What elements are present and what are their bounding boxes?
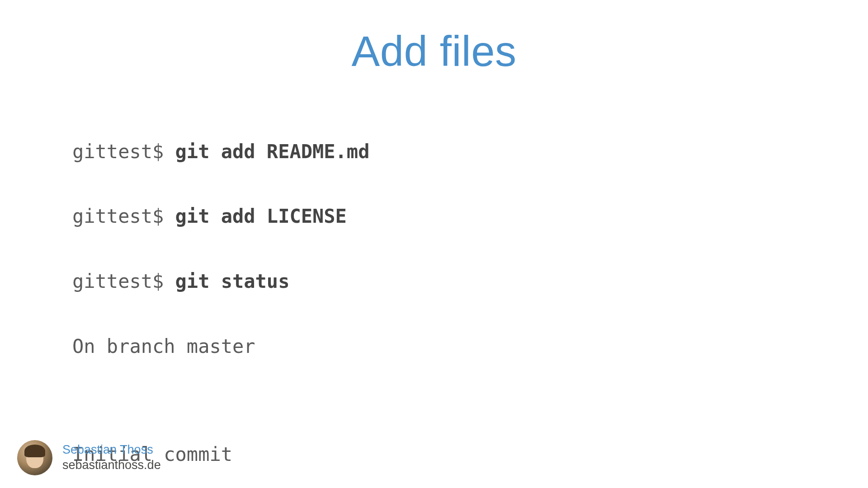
code-block: gittest$ git add README.md gittest$ git … <box>72 98 796 488</box>
author-site: sebastianthoss.de <box>62 458 161 473</box>
author-avatar <box>17 440 52 475</box>
slide-title: Add files <box>72 27 796 76</box>
prompt: gittest$ <box>72 270 175 292</box>
author-name: Sebastian Thoss <box>62 442 161 458</box>
slide: Add files gittest$ git add README.md git… <box>0 0 868 488</box>
footer-text: Sebastian Thoss sebastianthoss.de <box>62 442 161 473</box>
command: git status <box>175 270 290 292</box>
code-line-2: gittest$ git add LICENSE <box>72 206 796 227</box>
prompt: gittest$ <box>72 141 175 163</box>
footer: Sebastian Thoss sebastianthoss.de <box>17 440 161 475</box>
code-line-6: Initial commit <box>72 444 796 465</box>
code-line-3: gittest$ git status <box>72 271 796 292</box>
code-line-4: On branch master <box>72 336 796 357</box>
prompt: gittest$ <box>72 205 175 227</box>
command: git add LICENSE <box>175 205 347 227</box>
command: git add README.md <box>175 141 370 163</box>
code-line-1: gittest$ git add README.md <box>72 141 796 163</box>
